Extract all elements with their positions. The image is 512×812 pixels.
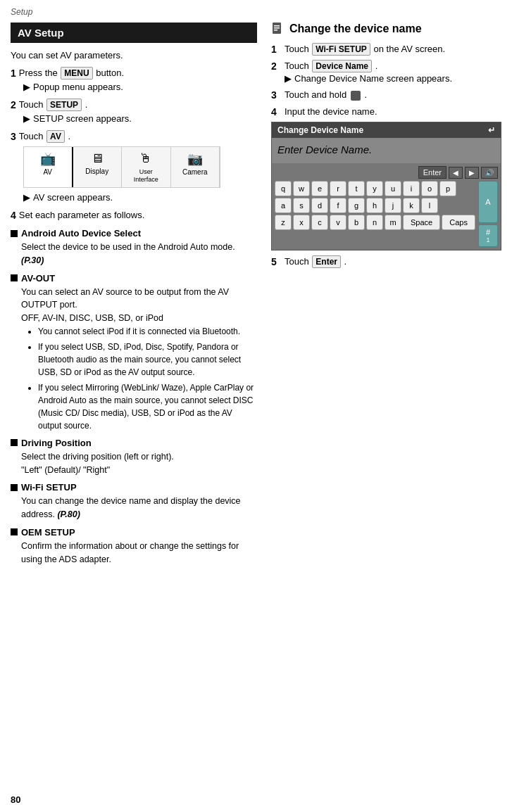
driving-position-body: Select the driving position (left or rig…: [21, 450, 257, 464]
key-u[interactable]: u: [385, 181, 401, 196]
step-2-number: 2: [11, 99, 16, 110]
key-g[interactable]: g: [348, 198, 365, 213]
intro-text: You can set AV parameters.: [11, 50, 257, 61]
key-alpha[interactable]: A: [478, 181, 498, 223]
right-column: Change the device name 1 Touch Wi-Fi SET…: [271, 23, 501, 571]
step-1: 1 Press the MENU button. ▶ Popup menu ap…: [11, 68, 257, 92]
kb-rows-and-side: q w e r t y u i o p: [275, 181, 498, 247]
kb-nav-left[interactable]: ◀: [449, 167, 463, 179]
svg-rect-2: [274, 27, 280, 29]
step-1-instruction: Press the MENU button.: [19, 68, 124, 78]
key-a[interactable]: a: [275, 198, 292, 213]
subsection-av-out: AV-OUT You can select an AV source to be…: [11, 273, 257, 432]
kb-top-row: Enter ◀ ▶ 🔊: [275, 166, 498, 179]
keyboard-area: Enter ◀ ▶ 🔊 q w e r: [272, 163, 501, 250]
kb-audio-btn[interactable]: 🔊: [481, 167, 498, 179]
right-step-1: 1 Touch Wi-Fi SETUP on the AV screen.: [271, 44, 501, 55]
key-t[interactable]: t: [348, 181, 365, 196]
step-2-instruction: Touch SETUP .: [19, 99, 88, 110]
key-s[interactable]: s: [293, 198, 310, 213]
dialog-input-text: Enter Device Name.: [277, 144, 372, 156]
key-i[interactable]: i: [403, 181, 420, 196]
key-d[interactable]: d: [311, 198, 328, 213]
key-j[interactable]: j: [385, 198, 401, 213]
av-out-bullet-3: If you select Mirroring (WebLink/ Waze),…: [38, 381, 257, 432]
step-3-number: 3: [11, 131, 16, 142]
wifi-setup-title: Wi-Fi SETUP: [21, 482, 77, 493]
key-b[interactable]: b: [348, 215, 365, 230]
dialog-input-area: Enter Device Name.: [272, 138, 501, 163]
subsection-wifi-setup: Wi-Fi SETUP You can change the device na…: [11, 482, 257, 521]
ui-icon: 🖱: [127, 151, 165, 166]
subsection-oem-setup: OEM SETUP Confirm the information about …: [11, 527, 257, 566]
display-icon: 🖥: [79, 151, 116, 166]
driving-position-body2: "Left" (Default)/ "Right": [21, 464, 257, 477]
key-space[interactable]: Space: [403, 215, 440, 230]
av-out-bullet-2: If you select USB, SD, iPod, Disc, Spoti…: [38, 341, 257, 379]
av-out-title: AV-OUT: [21, 273, 55, 284]
key-caps[interactable]: Caps: [442, 215, 475, 230]
av-icon-av[interactable]: 📺 AV: [24, 147, 73, 187]
right-step-4-num: 4: [271, 106, 281, 118]
step-3-sub: AV screen appears.: [33, 192, 113, 203]
key-e[interactable]: e: [311, 181, 328, 196]
display-label: Display: [85, 167, 108, 175]
oem-setup-title: OEM SETUP: [21, 527, 75, 538]
right-step-5-num: 5: [271, 256, 281, 267]
key-p[interactable]: p: [439, 181, 456, 196]
key-h[interactable]: h: [366, 198, 383, 213]
key-n[interactable]: n: [366, 215, 383, 230]
kb-nav-right[interactable]: ▶: [465, 167, 479, 179]
right-step-2-num: 2: [271, 61, 281, 72]
step-1-arrow: ▶: [23, 82, 30, 92]
av-icon: 📺: [30, 151, 66, 167]
right-step-3-text: Touch and hold .: [285, 89, 367, 101]
step-4-number: 4: [11, 210, 16, 221]
svg-rect-3: [274, 30, 277, 31]
bullet-icon: [11, 230, 18, 237]
av-icon-user-interface[interactable]: 🖱 User Interface: [122, 147, 171, 187]
step-2-arrow: ▶: [23, 113, 30, 124]
key-f[interactable]: f: [330, 198, 346, 213]
kb-enter-btn[interactable]: Enter: [418, 166, 447, 179]
subsection-driving-position: Driving Position Select the driving posi…: [11, 438, 257, 477]
step-1-sub: Popup menu appears.: [33, 82, 123, 92]
av-out-bullet-1: You cannot select iPod if it is connecte…: [38, 325, 257, 338]
key-m[interactable]: m: [385, 215, 401, 230]
page-number: 80: [11, 794, 20, 805]
camera-label: Camera: [182, 168, 208, 176]
key-y[interactable]: y: [366, 181, 383, 196]
key-w[interactable]: w: [293, 181, 310, 196]
change-device-name-dialog: Change Device Name ↵ Enter Device Name. …: [271, 122, 501, 250]
document-icon: [271, 23, 284, 35]
oem-setup-body: Confirm the information about or change …: [21, 540, 257, 566]
step-3: 3 Touch AV . 📺 AV 🖥 Display: [11, 131, 257, 203]
key-l[interactable]: l: [421, 198, 438, 213]
back-icon[interactable]: ↵: [488, 125, 495, 135]
key-x[interactable]: x: [293, 215, 310, 230]
step-2-sub: SETUP screen appears.: [33, 113, 132, 124]
key-v[interactable]: v: [330, 215, 346, 230]
right-step-4: 4 Input the device name. Change Device N…: [271, 106, 501, 250]
key-c[interactable]: c: [311, 215, 328, 230]
av-out-bullets: You cannot select iPod if it is connecte…: [28, 325, 257, 432]
kb-row-2: a s d f g h j k l: [275, 198, 476, 213]
bullet-icon-driving: [11, 439, 18, 446]
key-r[interactable]: r: [330, 181, 346, 196]
key-o[interactable]: o: [421, 181, 438, 196]
av-icon-camera[interactable]: 📷 Camera: [171, 147, 220, 187]
kb-side-keys: A #1: [478, 181, 498, 247]
android-auto-body: Select the device to be used in the Andr…: [21, 242, 235, 265]
dialog-header: Change Device Name ↵: [272, 122, 501, 138]
key-z[interactable]: z: [275, 215, 292, 230]
key-k[interactable]: k: [403, 198, 420, 213]
av-out-body2: OFF, AV-IN, DISC, USB, SD, or iPod: [21, 312, 257, 325]
right-step-3-num: 3: [271, 89, 281, 101]
step-2: 2 Touch SETUP . ▶ SETUP screen appears.: [11, 99, 257, 124]
touch-hold-icon: [351, 91, 361, 101]
wifi-setup-body: You can change the device name and displ…: [21, 496, 241, 519]
key-q[interactable]: q: [275, 181, 292, 196]
av-icon-display[interactable]: 🖥 Display: [73, 147, 123, 187]
key-hash[interactable]: #1: [478, 224, 498, 247]
page-header: Setup: [11, 7, 501, 17]
